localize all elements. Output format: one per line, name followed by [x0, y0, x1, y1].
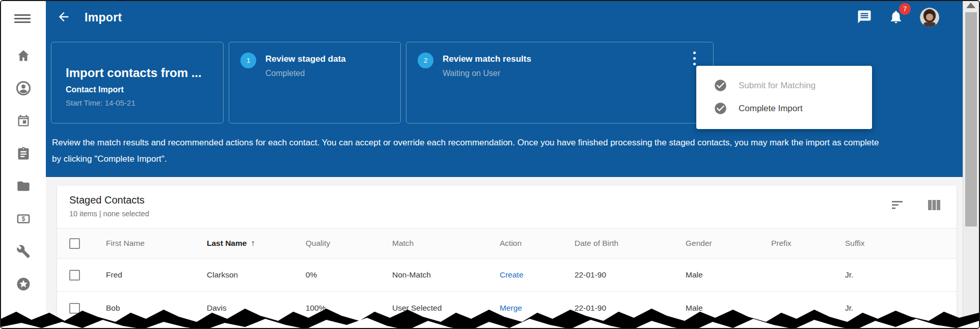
cell-date-of-birth: 22-01-90: [575, 303, 686, 313]
home-icon[interactable]: [16, 48, 31, 63]
table-row[interactable]: Bob Davis 100% User Selected Merge 22-01…: [57, 292, 957, 325]
cell-last-name: Davis: [207, 303, 306, 313]
cell-match: Non-Match: [392, 270, 500, 280]
check-circle-icon: [714, 79, 727, 92]
menu-item-complete-import[interactable]: Complete Import: [696, 97, 872, 120]
sidebar-nav: $: [1, 48, 46, 292]
notifications-bell-icon[interactable]: 7: [888, 9, 904, 26]
staged-contacts-card: Staged Contacts 10 items | none selected…: [57, 186, 957, 329]
cell-suffix: Jr.: [845, 270, 957, 280]
table-header: Staged Contacts 10 items | none selected: [57, 186, 957, 228]
cell-first-name: Bob: [106, 303, 207, 313]
column-quality[interactable]: Quality: [306, 239, 392, 248]
sidebar: $: [1, 1, 46, 328]
chat-icon[interactable]: [857, 9, 872, 26]
table-selection-summary: 10 items | none selected: [69, 210, 957, 218]
column-suffix[interactable]: Suffix: [845, 239, 957, 248]
column-first-name[interactable]: First Name: [106, 239, 207, 248]
action-link[interactable]: Create: [500, 270, 575, 280]
cell-match: User Selected: [392, 303, 500, 313]
menu-item-submit-for-matching[interactable]: Submit for Matching: [696, 74, 872, 97]
import-type: Contact Import: [66, 85, 223, 94]
context-menu: Submit for Matching Complete Import: [696, 66, 872, 129]
row-checkbox[interactable]: [69, 303, 80, 314]
step-number-badge: 2: [418, 53, 433, 68]
step-status: Completed: [265, 69, 346, 78]
cell-date-of-birth: 22-01-90: [575, 270, 686, 280]
step-title: Review staged data: [265, 54, 346, 64]
menu-item-label: Complete Import: [739, 104, 803, 114]
description-line-1: Review the match results and recommended…: [52, 135, 956, 151]
cell-gender: Male: [686, 303, 771, 313]
menu-icon[interactable]: [14, 12, 31, 25]
column-last-name[interactable]: Last Name↑: [207, 239, 306, 248]
check-circle-icon: [714, 102, 727, 115]
column-match[interactable]: Match: [392, 239, 500, 248]
scroll-up-arrow-icon[interactable]: [966, 3, 975, 8]
columns-icon[interactable]: [927, 199, 941, 213]
column-header-row: First Name Last Name↑ Quality Match Acti…: [57, 228, 957, 259]
column-date-of-birth[interactable]: Date of Birth: [575, 239, 686, 248]
tasks-icon[interactable]: [16, 146, 31, 161]
app-window: $ Import 7: [0, 0, 980, 329]
table-title: Staged Contacts: [69, 194, 957, 206]
sort-ascending-icon: ↑: [251, 239, 255, 247]
select-all-checkbox[interactable]: [69, 238, 80, 249]
cell-quality: 100%: [306, 303, 392, 313]
content-area: Staged Contacts 10 items | none selected…: [46, 177, 963, 329]
tools-icon[interactable]: [16, 244, 31, 259]
wizard-description: Review the match results and recommended…: [52, 135, 956, 167]
column-gender[interactable]: Gender: [686, 239, 771, 248]
svg-text:$: $: [22, 215, 25, 222]
cell-quality: 0%: [306, 270, 392, 280]
step-title: Review match results: [443, 54, 531, 64]
account-icon[interactable]: [16, 81, 31, 96]
topbar: Import 7: [46, 1, 963, 34]
vertical-scrollbar: [963, 1, 979, 328]
table-tools: [891, 199, 941, 213]
cell-last-name: Clarkson: [207, 270, 306, 280]
import-title: Import contacts from ...: [66, 66, 223, 80]
billing-icon[interactable]: $: [16, 211, 31, 226]
column-action[interactable]: Action: [500, 239, 575, 248]
folder-icon[interactable]: [16, 179, 31, 194]
cell-gender: Male: [686, 270, 771, 280]
table-row[interactable]: Fred Clarkson 0% Non-Match Create 22-01-…: [57, 259, 957, 292]
cell-suffix: Jr.: [845, 303, 957, 313]
topbar-actions: 7: [857, 8, 939, 27]
menu-item-label: Submit for Matching: [739, 81, 815, 91]
calendar-icon[interactable]: [16, 113, 31, 129]
step-status: Waiting on User: [443, 69, 531, 78]
action-link[interactable]: Merge: [500, 303, 575, 313]
page-title: Import: [85, 11, 122, 24]
column-prefix[interactable]: Prefix: [771, 239, 845, 248]
step-card-review-staged-data[interactable]: 1 Review staged data Completed: [229, 42, 401, 123]
back-arrow-icon[interactable]: [56, 10, 71, 25]
favorites-icon[interactable]: [16, 276, 31, 292]
column-label: Last Name: [207, 239, 247, 247]
wizard-cards: Import contacts from ... Contact Import …: [51, 42, 714, 123]
import-start-time: Start Time: 14-05-21: [66, 98, 223, 107]
sort-icon[interactable]: [891, 199, 905, 213]
row-checkbox[interactable]: [69, 270, 80, 281]
notification-badge: 7: [899, 3, 911, 15]
step-card-review-match-results[interactable]: 2 Review match results Waiting on User: [406, 42, 714, 123]
scrollbar-thumb[interactable]: [965, 12, 977, 226]
user-avatar[interactable]: [920, 8, 939, 27]
description-line-2: by clicking "Complete Import".: [52, 151, 956, 167]
step-number-badge: 1: [240, 53, 256, 68]
cell-first-name: Fred: [106, 270, 207, 280]
import-summary-card[interactable]: Import contacts from ... Contact Import …: [51, 42, 224, 123]
